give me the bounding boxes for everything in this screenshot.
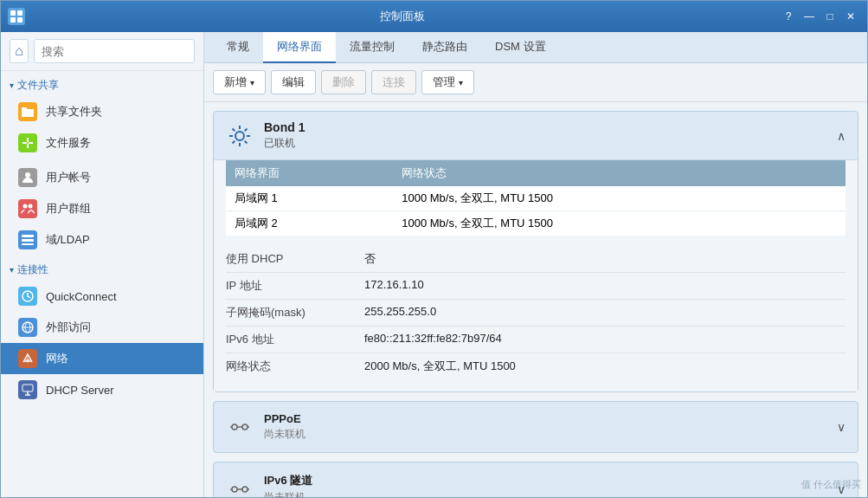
tab-static-route[interactable]: 静态路由 [408,32,481,63]
svg-rect-2 [10,17,16,23]
sidebar-item-shared-folder[interactable]: 共享文件夹 [1,96,203,127]
svg-point-6 [29,204,33,209]
chevron-down-icon: ▾ [10,81,14,90]
window-title: 控制面板 [25,9,779,24]
app-icon [8,8,25,25]
window-controls: ? — □ ✕ [779,8,860,25]
home-button[interactable]: ⌂ [10,39,29,63]
svg-rect-12 [23,385,33,391]
section-file-sharing: ▾ 文件共享 共享文件夹 [1,74,203,158]
info-label-mask: 子网掩码(mask) [226,305,364,320]
info-row-network-status: 网络状态 2000 Mb/s, 全双工, MTU 1500 [226,353,845,379]
sidebar-label-external-access: 外部访问 [46,320,91,335]
info-row-ip: IP 地址 172.16.1.10 [226,273,845,300]
tab-bar: 常规 网络界面 流量控制 静态路由 DSM 设置 [204,32,867,63]
sidebar: ⌂ ▾ 文件共享 共享文件夹 [1,32,204,497]
pppoe-status: 尚未联机 [264,427,837,442]
network-table: 网络界面 网络状态 局域网 1 1000 Mb/s, 全双工, MTU 1500 [226,160,845,236]
svg-point-13 [235,132,244,140]
info-value-ip: 172.16.1.10 [364,278,424,294]
sidebar-item-external-access[interactable]: 外部访问 [1,312,203,343]
tab-general[interactable]: 常规 [213,32,263,63]
tab-traffic-control[interactable]: 流量控制 [336,32,408,63]
sidebar-label-user-group: 用户群组 [46,201,91,217]
bond1-collapse-icon[interactable]: ∧ [837,129,845,143]
info-value-ipv6: fe80::211:32ff:fe82:7b97/64 [364,332,502,347]
section-label-connectivity: 连接性 [17,262,48,277]
svg-rect-1 [17,10,23,16]
section-label-file-sharing: 文件共享 [17,78,59,93]
info-label-ip: IP 地址 [226,278,364,294]
section-header-file-sharing[interactable]: ▾ 文件共享 [1,74,203,96]
sidebar-label-dhcp-server: DHCP Server [46,384,114,397]
sidebar-item-network[interactable]: 网络 [1,343,203,374]
maximize-button[interactable]: □ [820,8,839,25]
ipv6tunnel-card[interactable]: IPv6 隧道 尚未联机 ∨ [213,462,858,497]
sidebar-item-user-group[interactable]: 用户群组 [1,193,203,224]
sidebar-item-user-account[interactable]: 用户帐号 [1,162,203,193]
manage-button[interactable]: 管理 ▾ [421,70,474,94]
sidebar-label-user-account: 用户帐号 [46,170,91,185]
quickconnect-icon [18,287,37,306]
info-row-dhcp: 使用 DHCP 否 [226,246,845,273]
info-row-ipv6: IPv6 地址 fe80::211:32ff:fe82:7b97/64 [226,327,845,353]
sidebar-item-dhcp-server[interactable]: DHCP Server [1,374,203,405]
svg-rect-9 [22,243,34,245]
table-row: 局域网 2 1000 Mb/s, 全双工, MTU 1500 [226,211,845,236]
titlebar-left [8,8,25,25]
info-value-dhcp: 否 [364,251,376,267]
info-value-mask: 255.255.255.0 [364,305,436,320]
bond1-details: 网络界面 网络状态 局域网 1 1000 Mb/s, 全双工, MTU 1500 [214,159,858,391]
tab-network-interface[interactable]: 网络界面 [263,32,336,63]
add-button[interactable]: 新增 ▾ [213,70,266,94]
table-header-interface: 网络界面 [226,160,393,186]
sidebar-item-file-service[interactable]: 文件服务 [1,127,203,158]
ipv6-icon [226,475,254,498]
sidebar-label-shared-folder: 共享文件夹 [46,104,102,120]
section-header-connectivity[interactable]: ▾ 连接性 [1,259,203,281]
content-area: 常规 网络界面 流量控制 静态路由 DSM 设置 新增 [204,32,867,497]
connect-button[interactable]: 连接 [371,70,416,94]
sidebar-label-quickconnect: QuickConnect [46,290,117,303]
chevron-down-icon-2: ▾ [10,265,14,275]
user-icon [18,168,37,187]
network-icon [18,349,37,368]
delete-button[interactable]: 删除 [321,70,366,94]
manage-dropdown-arrow: ▾ [459,78,463,87]
bond1-title-area: Bond 1 已联机 [264,120,837,151]
edit-button[interactable]: 编辑 [271,70,316,94]
dhcp-icon [18,380,37,399]
interface-status-2: 1000 Mb/s, 全双工, MTU 1500 [393,211,845,236]
pppoe-name: PPPoE [264,412,837,425]
folder-icon [18,102,37,121]
svg-rect-8 [22,239,34,242]
section-user: 用户帐号 用户群组 [1,162,203,255]
sidebar-item-ldap[interactable]: 域/LDAP [1,224,203,255]
external-icon [18,318,37,337]
ipv6tunnel-text: IPv6 隧道 尚未联机 [264,473,837,497]
tab-dsm-settings[interactable]: DSM 设置 [481,32,560,63]
interface-name-1: 局域网 1 [226,186,393,211]
sidebar-label-file-service: 文件服务 [46,135,91,151]
info-value-network-status: 2000 Mb/s, 全双工, MTU 1500 [364,359,516,374]
sidebar-search-area: ⌂ [1,32,203,71]
svg-point-5 [23,204,28,209]
info-label-ipv6: IPv6 地址 [226,332,364,347]
main-window: 控制面板 ? — □ ✕ ⌂ ▾ 文件共享 [0,0,868,498]
sidebar-item-quickconnect[interactable]: QuickConnect [1,281,203,312]
group-icon [18,199,37,218]
bond1-header[interactable]: Bond 1 已联机 ∧ [214,112,858,159]
titlebar: 控制面板 ? — □ ✕ [1,1,867,32]
help-button[interactable]: ? [779,8,798,25]
interface-name-2: 局域网 2 [226,211,393,236]
pppoe-card[interactable]: PPPoE 尚未联机 ∨ [213,401,858,453]
search-input[interactable] [34,39,195,63]
close-button[interactable]: ✕ [841,8,860,25]
ipv6tunnel-name: IPv6 隧道 [264,473,837,488]
minimize-button[interactable]: — [800,8,819,25]
svg-rect-3 [17,17,23,23]
table-header-status: 网络状态 [393,160,845,186]
table-row: 局域网 1 1000 Mb/s, 全双工, MTU 1500 [226,186,845,211]
pppoe-text: PPPoE 尚未联机 [264,412,837,442]
ipv6tunnel-chevron-icon: ∨ [837,482,845,496]
